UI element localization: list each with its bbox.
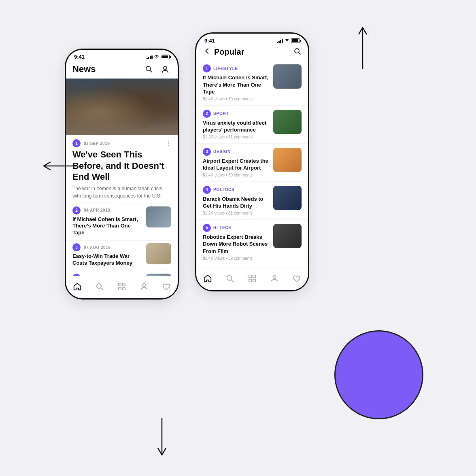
nav-home-left[interactable]: [68, 278, 86, 295]
battery-icon-right: [291, 38, 300, 43]
category-row-3: 3 DESIGN: [203, 148, 269, 156]
popular-item-4[interactable]: 4 POLITICS Barack Obama Needs to Get His…: [196, 182, 308, 220]
popular-title-2: Virus anxiety could affect players' perf…: [203, 119, 269, 134]
popular-title-3: Airport Expert Creates the Ideal Layout …: [203, 157, 269, 172]
phones-container: 9:41 News: [65, 32, 309, 300]
svg-rect-18: [253, 275, 255, 277]
popular-header: Popular: [196, 45, 308, 60]
popular-stats-5: 81.4K views • 39 comments: [203, 256, 269, 261]
popular-title-1: If Michael Cohen Is Smart, There's More …: [203, 74, 269, 96]
popular-item-2[interactable]: 2 SPORT Virus anxiety could affect playe…: [196, 106, 308, 144]
arrow-left: [40, 158, 81, 176]
nav-person-left[interactable]: [135, 278, 153, 295]
svg-rect-17: [249, 275, 251, 277]
popular-title: Popular: [214, 47, 290, 57]
back-button[interactable]: [203, 47, 211, 57]
svg-point-5: [164, 66, 167, 70]
article-meta-2: 2 04 APR 2019: [72, 206, 142, 216]
article-title-2: If Michael Cohen Is Smart, There's More …: [72, 216, 142, 237]
time-right: 9:41: [204, 38, 215, 44]
nav-person-right[interactable]: [266, 270, 283, 287]
status-bar-left: 9:41: [66, 50, 178, 62]
svg-point-12: [142, 283, 145, 286]
signal-icon-right: [277, 39, 283, 43]
category-2: SPORT: [213, 111, 229, 116]
nav-home-right[interactable]: [199, 270, 217, 287]
hero-image-inner: [66, 79, 178, 135]
category-row-4: 4 POLITICS: [203, 186, 269, 194]
popular-title-5: Robotics Expert Breaks Down More Robot S…: [203, 234, 269, 255]
nav-heart-left[interactable]: [157, 278, 175, 295]
svg-rect-11: [123, 287, 125, 289]
left-phone: 9:41 News: [65, 49, 179, 300]
article-meta-3: 3 07 AUG 2019: [72, 243, 142, 253]
article-num-1: 1: [72, 139, 81, 147]
popular-thumb-1: [273, 64, 302, 89]
app-title-left: News: [72, 64, 96, 74]
svg-line-16: [231, 280, 233, 282]
article-item-2[interactable]: 2 04 APR 2019 If Michael Cohen Is Smart,…: [66, 204, 178, 241]
svg-rect-10: [119, 287, 121, 289]
svg-line-7: [101, 288, 103, 290]
status-icons-left: [147, 55, 170, 60]
signal-icon: [147, 55, 153, 59]
arrow-up-right: [346, 24, 379, 74]
popular-stats-1: 81.4K views • 39 comments: [203, 97, 269, 101]
more-options-1[interactable]: ⋮: [166, 140, 171, 147]
svg-line-14: [299, 52, 301, 54]
app-header-left: News: [66, 62, 178, 79]
status-icons-right: [277, 38, 300, 43]
article-thumb-2: [146, 206, 171, 227]
category-1: LIFESTYLE: [213, 66, 238, 71]
svg-point-21: [273, 275, 276, 278]
bottom-nav-right: [196, 268, 308, 290]
nav-grid-left[interactable]: [113, 278, 131, 295]
time-left: 9:41: [74, 54, 85, 60]
search-button-popular[interactable]: [293, 47, 302, 57]
hero-desc: The war in Yemen is a humanitarian crisi…: [66, 185, 178, 204]
popular-thumb-5: [273, 224, 302, 248]
header-icons-left: [143, 63, 171, 75]
category-row-5: 5 HI TECH: [203, 224, 269, 232]
category-3: DESIGN: [213, 149, 231, 154]
popular-thumb-2: [273, 110, 302, 134]
nav-search-right[interactable]: [221, 270, 239, 287]
article-date-1: 02 SEP 2019: [84, 141, 162, 146]
category-4: POLITICS: [213, 187, 235, 192]
decorative-circle: [334, 330, 423, 419]
nav-search-left[interactable]: [91, 278, 108, 295]
popular-thumb-3: [273, 148, 302, 172]
svg-rect-20: [253, 279, 255, 281]
popular-title-4: Barack Obama Needs to Get His Hands Dirt…: [203, 196, 269, 210]
svg-rect-9: [123, 283, 125, 285]
article-thumb-3: [146, 243, 171, 264]
right-phone: 9:41: [195, 32, 309, 291]
article-item-3[interactable]: 3 07 AUG 2019 Easy-to-Win Trade War Cost…: [66, 240, 178, 271]
profile-button[interactable]: [159, 63, 171, 75]
popular-item-5[interactable]: 5 HI TECH Robotics Expert Breaks Down Mo…: [196, 220, 308, 265]
category-row-2: 2 SPORT: [203, 110, 269, 118]
svg-line-4: [150, 70, 152, 72]
nav-grid-right[interactable]: [243, 270, 261, 287]
article-title-3: Easy-to-Win Trade War Costs Taxpayers Mo…: [72, 253, 142, 267]
category-row-1: 1 LIFESTYLE: [203, 64, 269, 72]
popular-item-1[interactable]: 1 LIFESTYLE If Michael Cohen Is Smart, T…: [196, 60, 308, 106]
svg-rect-8: [119, 283, 121, 285]
search-button[interactable]: [143, 63, 155, 75]
popular-item-3[interactable]: 3 DESIGN Airport Expert Creates the Idea…: [196, 144, 308, 182]
popular-thumb-4: [273, 186, 302, 210]
arrow-down: [154, 414, 170, 460]
popular-stats-3: 81.4K views • 39 comments: [203, 173, 269, 177]
hero-article-meta: 1 02 SEP 2019 ⋮: [66, 135, 178, 149]
bottom-nav-left: [66, 276, 178, 298]
hero-image: [66, 79, 178, 135]
popular-stats-2: 31.2K views • 81 comments: [203, 135, 269, 139]
nav-heart-right[interactable]: [288, 270, 306, 287]
article-content-3: 3 07 AUG 2019 Easy-to-Win Trade War Cost…: [72, 243, 142, 267]
battery-icon: [161, 55, 170, 59]
hero-title[interactable]: We've Seen This Before, and It Doesn't E…: [66, 149, 178, 185]
svg-rect-19: [249, 279, 251, 281]
wifi-icon: [154, 55, 159, 60]
article-content-2: 2 04 APR 2019 If Michael Cohen Is Smart,…: [72, 206, 142, 237]
wifi-icon-right: [284, 38, 290, 43]
